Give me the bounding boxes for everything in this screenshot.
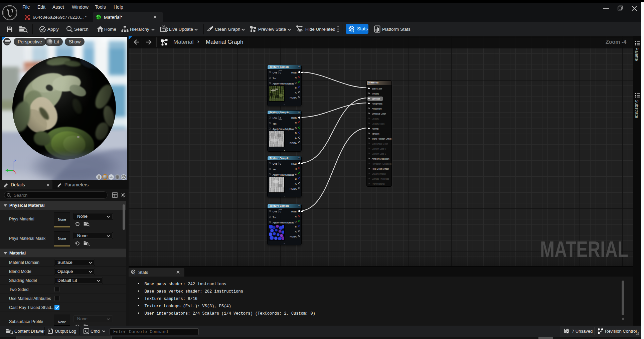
svg-text:X: X bbox=[14, 171, 17, 174]
svg-text:i: i bbox=[135, 273, 135, 275]
svg-text:Z: Z bbox=[14, 159, 16, 163]
